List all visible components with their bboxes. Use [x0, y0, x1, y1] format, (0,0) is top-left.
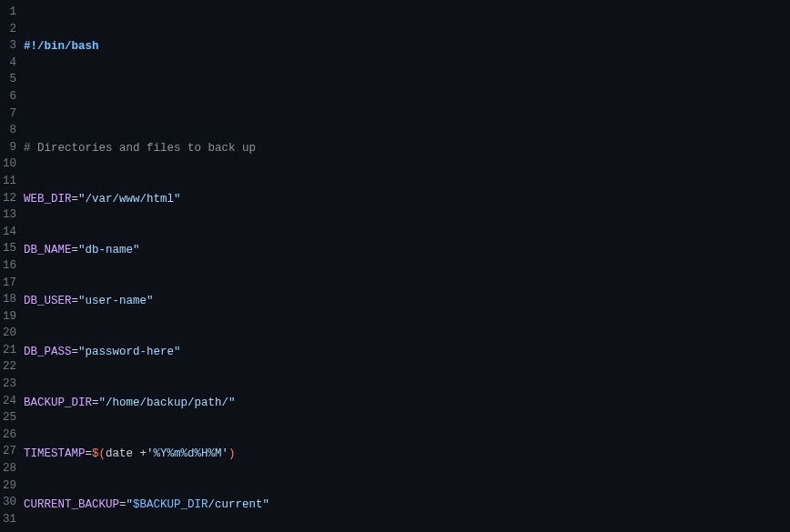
line-number-gutter: 1234567891011121314151617181920212223242…: [0, 4, 24, 532]
line-number: 23: [0, 376, 16, 393]
line-number: 31: [0, 511, 16, 528]
line-number: 22: [0, 358, 16, 376]
line-number: 10: [0, 156, 16, 173]
line-number: 11: [0, 173, 16, 190]
code-line: DB_PASS="password-here": [24, 344, 790, 361]
code-line: # Directories and files to back up: [24, 140, 790, 157]
code-line: DB_NAME="db-name": [24, 242, 790, 259]
code-line: [24, 89, 790, 106]
line-number: 3: [0, 37, 16, 55]
line-number: 6: [0, 88, 16, 105]
line-number: 14: [0, 224, 16, 241]
line-number: 29: [0, 477, 16, 495]
code-line: TIMESTAMP=$(date +'%Y%m%d%H%M'): [24, 446, 790, 463]
code-line: DB_USER="user-name": [24, 293, 790, 310]
line-number: 12: [0, 190, 16, 207]
code-line: #!/bin/bash: [24, 38, 790, 55]
line-number: 16: [0, 257, 16, 275]
code-area[interactable]: #!/bin/bash # Directories and files to b…: [24, 4, 790, 532]
line-number: 13: [0, 206, 16, 224]
line-number: 7: [0, 105, 16, 123]
line-number: 19: [0, 308, 16, 326]
line-number: 27: [0, 443, 16, 460]
code-line: BACKUP_DIR="/home/backup/path/": [24, 395, 790, 412]
line-number: 9: [0, 139, 16, 156]
code-editor[interactable]: 1234567891011121314151617181920212223242…: [0, 0, 790, 532]
line-number: 2: [0, 21, 16, 38]
line-number: 5: [0, 71, 16, 88]
line-number: 1: [0, 4, 16, 21]
code-line: WEB_DIR="/var/www/html": [24, 191, 790, 208]
line-number: 24: [0, 393, 16, 410]
line-number: 17: [0, 275, 16, 292]
line-number: 30: [0, 494, 16, 511]
line-number: 28: [0, 460, 16, 477]
shebang: #!/bin/bash: [24, 40, 99, 53]
line-number: 21: [0, 342, 16, 359]
code-line: CURRENT_BACKUP="$BACKUP_DIR/current": [24, 497, 790, 514]
line-number: 26: [0, 427, 16, 444]
line-number: 18: [0, 291, 16, 308]
line-number: 8: [0, 122, 16, 139]
comment: # Directories and files to back up: [24, 142, 256, 155]
line-number: 15: [0, 240, 16, 257]
line-number: 20: [0, 325, 16, 342]
line-number: 4: [0, 55, 16, 72]
line-number: 25: [0, 409, 16, 427]
